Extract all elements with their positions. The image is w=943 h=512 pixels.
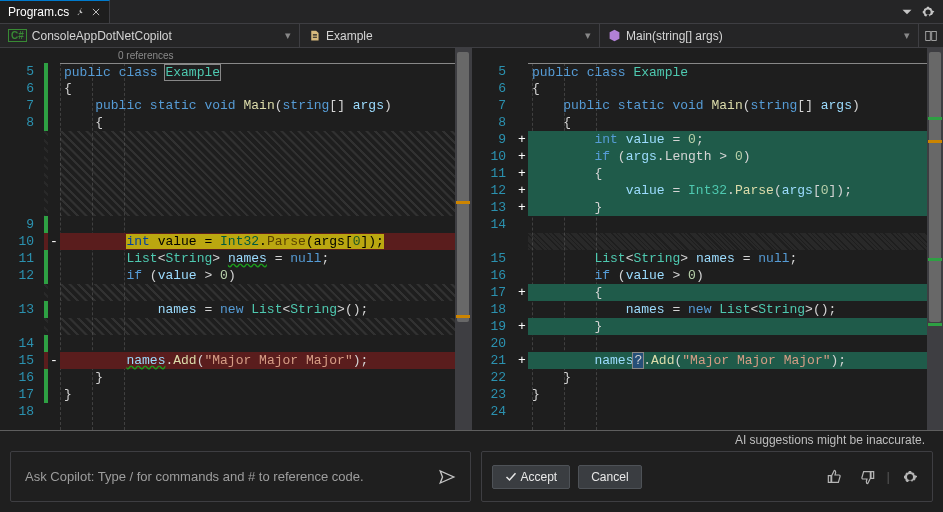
code-text: public class Example	[528, 63, 943, 80]
code-line[interactable]: 7 public static void Main(string[] args)	[0, 97, 471, 114]
code-line[interactable]: 10+ if (args.Length > 0)	[472, 148, 943, 165]
code-line[interactable]: 20	[472, 335, 943, 352]
code-line[interactable]: 18	[0, 403, 471, 420]
code-line[interactable]: 6{	[472, 80, 943, 97]
diff-marker	[48, 114, 60, 131]
code-text: {	[60, 80, 471, 97]
code-text: names?.Add("Major Major Major");	[528, 352, 943, 369]
editor-left[interactable]: 0 references 5public class Example6{7 pu…	[0, 48, 472, 430]
code-line[interactable]	[0, 165, 471, 182]
code-text: }	[528, 318, 943, 335]
split-icon[interactable]	[925, 30, 937, 42]
code-line[interactable]: 15- names.Add("Major Major Major");	[0, 352, 471, 369]
code-line[interactable]	[0, 148, 471, 165]
diff-editor: 0 references 5public class Example6{7 pu…	[0, 48, 943, 430]
code-line[interactable]: 12+ value = Int32.Parse(args[0]);	[472, 182, 943, 199]
diff-marker: +	[516, 199, 528, 216]
code-line[interactable]	[0, 199, 471, 216]
code-text	[60, 284, 471, 301]
code-line[interactable]	[0, 182, 471, 199]
code-line[interactable]: 22 }	[472, 369, 943, 386]
class-icon	[308, 29, 321, 42]
line-number: 14	[472, 216, 516, 233]
code-line[interactable]	[472, 233, 943, 250]
diff-marker	[48, 335, 60, 352]
line-number: 15	[472, 250, 516, 267]
diff-marker: +	[516, 352, 528, 369]
diff-marker: +	[516, 131, 528, 148]
codelens-references[interactable]: 0 references	[0, 48, 471, 63]
line-number: 8	[0, 114, 44, 131]
code-text	[528, 335, 943, 352]
code-line[interactable]: 17+ {	[472, 284, 943, 301]
code-text: }	[528, 199, 943, 216]
code-line[interactable]: 10- int value = Int32.Parse(args[0]);	[0, 233, 471, 250]
code-line[interactable]: 7 public static void Main(string[] args)	[472, 97, 943, 114]
code-line[interactable]: 13 names = new List<String>();	[0, 301, 471, 318]
breadcrumb-method[interactable]: Main(string[] args) ▾	[600, 24, 919, 47]
copilot-input[interactable]: Ask Copilot: Type / for commands and # t…	[10, 451, 471, 502]
close-icon[interactable]	[91, 7, 101, 17]
code-text: int value = Int32.Parse(args[0]);	[60, 233, 471, 250]
code-line[interactable]: 5public class Example	[0, 63, 471, 80]
diff-marker	[516, 114, 528, 131]
code-line[interactable]: 13+ }	[472, 199, 943, 216]
diff-marker	[48, 80, 60, 97]
breadcrumb-class[interactable]: Example ▾	[300, 24, 600, 47]
line-number: 15	[0, 352, 44, 369]
code-line[interactable]: 14	[472, 216, 943, 233]
diff-marker	[48, 165, 60, 182]
code-line[interactable]: 23}	[472, 386, 943, 403]
diff-marker: +	[516, 182, 528, 199]
cancel-button[interactable]: Cancel	[578, 465, 641, 489]
code-text: int value = 0;	[528, 131, 943, 148]
scrollbar-right[interactable]	[927, 48, 943, 430]
diff-marker	[516, 97, 528, 114]
code-line[interactable]: 9+ int value = 0;	[472, 131, 943, 148]
code-line[interactable]: 5public class Example	[472, 63, 943, 80]
code-line[interactable]: 8 {	[0, 114, 471, 131]
line-number: 24	[472, 403, 516, 420]
code-line[interactable]: 9	[0, 216, 471, 233]
line-number: 20	[472, 335, 516, 352]
code-text: }	[528, 369, 943, 386]
code-line[interactable]: 11 List<String> names = null;	[0, 250, 471, 267]
scrollbar-left[interactable]	[455, 48, 471, 430]
diff-marker	[516, 403, 528, 420]
code-line[interactable]: 16 }	[0, 369, 471, 386]
code-line[interactable]	[0, 284, 471, 301]
copilot-actions: Accept Cancel |	[481, 451, 934, 502]
code-line[interactable]: 11+ {	[472, 165, 943, 182]
pin-icon[interactable]	[75, 7, 85, 17]
editor-right[interactable]: 5public class Example6{7 public static v…	[472, 48, 943, 430]
code-line[interactable]: 8 {	[472, 114, 943, 131]
thumbs-up-icon[interactable]	[823, 465, 847, 489]
gear-icon[interactable]	[921, 5, 935, 19]
chevron-down-icon[interactable]	[901, 6, 913, 18]
send-icon[interactable]	[438, 468, 456, 486]
code-line[interactable]	[0, 318, 471, 335]
code-line[interactable]: 24	[472, 403, 943, 420]
code-line[interactable]: 15 List<String> names = null;	[472, 250, 943, 267]
code-line[interactable]: 6{	[0, 80, 471, 97]
code-text: if (args.Length > 0)	[528, 148, 943, 165]
code-text: public class Example	[60, 63, 471, 80]
code-line[interactable]: 19+ }	[472, 318, 943, 335]
code-line[interactable]: 14	[0, 335, 471, 352]
line-number: 7	[0, 97, 44, 114]
code-line[interactable]: 18 names = new List<String>();	[472, 301, 943, 318]
gear-icon[interactable]	[898, 465, 922, 489]
code-line[interactable]: 12 if (value > 0)	[0, 267, 471, 284]
code-line[interactable]: 21+ names?.Add("Major Major Major");	[472, 352, 943, 369]
thumbs-down-icon[interactable]	[855, 465, 879, 489]
svg-rect-0	[926, 31, 931, 40]
tab-program-cs[interactable]: Program.cs	[0, 0, 110, 23]
code-text: }	[60, 386, 471, 403]
accept-button[interactable]: Accept	[492, 465, 571, 489]
code-line[interactable]	[0, 131, 471, 148]
copilot-placeholder: Ask Copilot: Type / for commands and # t…	[25, 469, 364, 484]
code-line[interactable]: 17}	[0, 386, 471, 403]
line-number: 18	[472, 301, 516, 318]
code-line[interactable]: 16 if (value > 0)	[472, 267, 943, 284]
breadcrumb-namespace[interactable]: C# ConsoleAppDotNetCopilot ▾	[0, 24, 300, 47]
